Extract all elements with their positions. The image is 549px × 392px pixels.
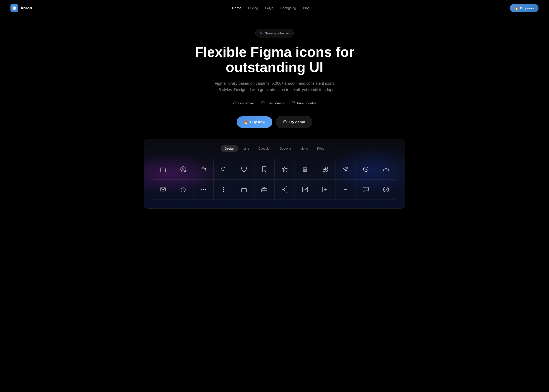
feature-live-corners: Live corners xyxy=(261,101,285,105)
feature-free-updates-label: Free updates xyxy=(297,101,316,105)
icon-thumbup xyxy=(193,159,213,179)
tab-line[interactable]: Line xyxy=(239,145,253,152)
feature-live-corners-label: Live corners xyxy=(267,101,285,105)
buy-now-label: Buy now xyxy=(250,120,265,124)
nav-changelog[interactable]: Changelog xyxy=(280,6,296,10)
hero-section: Growing collection Flexible Figma icons … xyxy=(0,16,549,217)
svg-rect-16 xyxy=(326,170,327,171)
svg-point-5 xyxy=(182,167,184,169)
feature-live-stroke: Live stroke xyxy=(233,101,254,105)
icon-home xyxy=(153,159,173,179)
live-stroke-icon xyxy=(233,101,237,105)
svg-point-25 xyxy=(201,189,202,190)
icon-layers xyxy=(315,159,335,179)
try-demo-label: Try demo xyxy=(289,120,305,124)
icons-grid xyxy=(153,159,396,199)
hero-subtitle: Figma library based on variants. 5,000+ … xyxy=(213,80,336,93)
icon-send xyxy=(335,159,356,179)
nav-buy-now-label: Buy now xyxy=(520,6,534,10)
tab-gestalt[interactable]: Gestalt xyxy=(221,145,238,152)
svg-rect-7 xyxy=(201,169,202,171)
buy-now-button[interactable]: 🔥 Buy now xyxy=(237,116,272,128)
svg-point-26 xyxy=(203,189,204,190)
navbar: Anron Home Pricing FAQs Changelog Blog 🔥… xyxy=(0,0,549,16)
svg-rect-15 xyxy=(323,170,325,171)
nav-home[interactable]: Home xyxy=(232,6,241,10)
svg-point-30 xyxy=(223,191,224,192)
svg-rect-17 xyxy=(325,168,326,170)
try-demo-button[interactable]: Try demo xyxy=(276,116,312,128)
feature-free-updates: Free updates xyxy=(291,101,316,105)
icon-bookmark xyxy=(254,159,274,179)
svg-rect-18 xyxy=(324,169,326,170)
icon-shop xyxy=(234,179,254,200)
svg-point-27 xyxy=(205,189,206,190)
icon-heart xyxy=(234,159,254,179)
hero-title: Flexible Figma icons for outstanding UI xyxy=(187,44,362,75)
cta-row: 🔥 Buy now Try demo xyxy=(4,116,545,128)
nav-buy-now-icon: 🔥 xyxy=(514,6,519,10)
free-updates-icon xyxy=(291,101,296,105)
icon-check-circle xyxy=(376,179,396,200)
tab-duocolor[interactable]: Duocolor xyxy=(254,145,274,152)
tab-duotone[interactable]: Duotone xyxy=(276,145,295,152)
try-demo-icon xyxy=(283,119,287,125)
icon-chart xyxy=(295,179,315,200)
nav-links: Home Pricing FAQs Changelog Blog xyxy=(232,6,310,10)
icon-crown xyxy=(376,159,396,179)
svg-line-38 xyxy=(284,190,286,191)
svg-point-34 xyxy=(282,189,284,190)
live-corners-icon xyxy=(261,101,265,105)
icon-briefcase xyxy=(254,179,274,200)
icon-profile xyxy=(173,159,193,179)
svg-line-9 xyxy=(225,170,226,172)
icon-mail xyxy=(153,179,173,200)
svg-point-29 xyxy=(223,189,224,190)
logo-icon xyxy=(10,4,18,12)
nav-faqs[interactable]: FAQs xyxy=(265,6,273,10)
svg-point-6 xyxy=(181,167,186,172)
icon-star xyxy=(274,159,295,179)
icon-clock xyxy=(356,159,376,179)
buy-now-icon: 🔥 xyxy=(244,120,248,124)
svg-point-28 xyxy=(223,187,224,188)
badge-text: Growing collection xyxy=(265,32,289,35)
tab-filled[interactable]: Filled xyxy=(313,145,328,152)
logo-text: Anron xyxy=(21,6,32,10)
tab-mono[interactable]: Mono xyxy=(296,145,312,152)
icon-trash xyxy=(295,159,315,179)
svg-point-35 xyxy=(286,187,287,188)
growing-badge: Growing collection xyxy=(255,29,294,37)
feature-live-stroke-label: Live stroke xyxy=(238,101,254,105)
icon-minus-square xyxy=(335,179,356,200)
nav-buy-now-button[interactable]: 🔥 Buy now xyxy=(510,4,539,12)
badge-icon xyxy=(260,31,263,35)
style-tabs: Gestalt Line Duocolor Duotone Mono Fille… xyxy=(153,145,396,152)
icon-showcase: Gestalt Line Duocolor Duotone Mono Fille… xyxy=(144,139,405,208)
icon-share xyxy=(274,179,295,200)
icon-chat xyxy=(356,179,376,200)
svg-rect-14 xyxy=(326,167,327,169)
svg-point-36 xyxy=(286,191,287,192)
svg-rect-13 xyxy=(323,167,325,169)
svg-point-45 xyxy=(383,187,389,192)
icon-menu-dots xyxy=(213,179,234,200)
svg-line-37 xyxy=(284,188,286,189)
icon-timer xyxy=(173,179,193,200)
svg-marker-10 xyxy=(282,167,287,172)
svg-rect-31 xyxy=(241,189,246,192)
logo[interactable]: Anron xyxy=(10,4,32,12)
icon-more xyxy=(193,179,213,200)
nav-pricing[interactable]: Pricing xyxy=(248,6,258,10)
svg-line-19 xyxy=(345,167,348,170)
icon-add-square xyxy=(315,179,335,200)
icon-search xyxy=(213,159,234,179)
features-row: Live stroke Live corners Free updates xyxy=(4,101,545,105)
nav-blog[interactable]: Blog xyxy=(303,6,310,10)
